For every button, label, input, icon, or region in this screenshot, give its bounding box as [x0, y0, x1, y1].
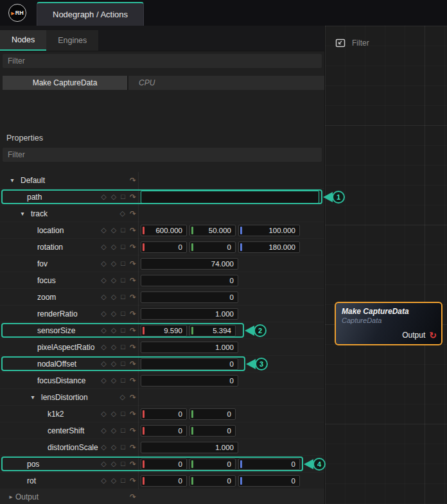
square-icon[interactable]: □ [121, 260, 125, 267]
property-row-distortionScale[interactable]: distortionScale◇◇□↷1.000 [0, 439, 324, 456]
diamond-icon[interactable]: ◇ [101, 460, 106, 467]
redo-icon[interactable]: ↷ [130, 360, 136, 368]
distortionScale-value-input[interactable]: 1.000 [141, 442, 238, 453]
node-make-capturedata[interactable]: Make CaptureData CaptureData Output ↻ [335, 302, 443, 345]
diamond-icon[interactable]: ◇ [101, 477, 106, 484]
property-row-centerShift[interactable]: centerShift◇◇□↷00 [0, 422, 324, 439]
square-icon[interactable]: □ [121, 227, 125, 234]
tab-nodegraph-actions[interactable]: Nodegraph / Actions [37, 2, 144, 26]
pixelAspectRatio-value-input[interactable]: 1.000 [141, 342, 238, 353]
nodes-filter-input[interactable] [3, 54, 322, 68]
nodalOffset-value-input[interactable]: 0 [141, 358, 238, 370]
diamond-icon[interactable]: ◇ [111, 343, 116, 351]
redo-icon[interactable]: ↷ [130, 277, 136, 284]
node-list-row[interactable]: Make CaptureData CPU [3, 76, 324, 90]
redo-icon[interactable]: ↷ [130, 410, 136, 418]
rot-value-input[interactable]: 0 [141, 475, 187, 487]
redo-icon[interactable]: ↷ [130, 210, 136, 218]
property-row-zoom[interactable]: zoom◇◇□↷0 [0, 289, 324, 306]
pos-value-input[interactable]: 0 [238, 458, 300, 470]
diamond-icon[interactable]: ◇ [119, 210, 125, 217]
diamond-icon[interactable]: ◇ [111, 277, 116, 284]
centerShift-value-input[interactable]: 0 [141, 425, 187, 437]
diamond-icon[interactable]: ◇ [101, 327, 106, 334]
diamond-icon[interactable]: ◇ [101, 277, 106, 284]
diamond-icon[interactable]: ◇ [101, 310, 106, 317]
properties-filter-input[interactable] [3, 148, 322, 162]
redo-icon[interactable]: ↷ [130, 193, 136, 201]
property-row-focus[interactable]: focus◇◇□↷0 [0, 272, 324, 289]
rot-value-input[interactable]: 0 [189, 475, 236, 487]
expander-icon[interactable]: ▸ [6, 494, 15, 500]
expander-icon[interactable]: ▾ [28, 394, 37, 401]
diamond-icon[interactable]: ◇ [101, 444, 106, 451]
diamond-icon[interactable]: ◇ [111, 227, 116, 234]
redo-icon[interactable]: ↷ [130, 493, 136, 501]
square-icon[interactable]: □ [121, 460, 125, 467]
square-icon[interactable]: □ [121, 193, 125, 200]
property-row-k1k2[interactable]: k1k2◇◇□↷00 [0, 406, 324, 422]
diamond-icon[interactable]: ◇ [101, 293, 106, 300]
redo-icon[interactable]: ↷ [130, 310, 136, 318]
property-group-output[interactable]: ▸ Output ↷ [0, 489, 324, 504]
diamond-icon[interactable]: ◇ [111, 460, 116, 467]
property-row-rotation[interactable]: rotation◇◇□↷00180.000 [0, 239, 324, 256]
square-icon[interactable]: □ [121, 477, 125, 484]
renderRatio-value-input[interactable]: 1.000 [141, 308, 238, 320]
redo-icon[interactable]: ↷ [130, 260, 136, 268]
pos-value-input[interactable]: 0 [189, 458, 236, 470]
location-value-input[interactable]: 600.000 [141, 225, 187, 236]
diamond-icon[interactable]: ◇ [111, 377, 116, 384]
property-row-location[interactable]: location◇◇□↷600.00050.000100.000 [0, 222, 324, 239]
square-icon[interactable]: □ [121, 343, 125, 351]
tab-engines[interactable]: Engines [46, 30, 98, 51]
diamond-icon[interactable]: ◇ [101, 227, 106, 234]
diamond-icon[interactable]: ◇ [101, 377, 106, 384]
property-row-focusDistance[interactable]: focusDistance◇◇□↷0 [0, 372, 324, 389]
redo-icon[interactable]: ↷ [130, 444, 136, 451]
fov-value-input[interactable]: 74.000 [141, 258, 238, 270]
zoom-value-input[interactable]: 0 [141, 291, 238, 303]
location-value-input[interactable]: 100.000 [238, 225, 300, 236]
focusDistance-value-input[interactable]: 0 [141, 375, 238, 387]
redo-icon[interactable]: ↷ [130, 243, 136, 251]
square-icon[interactable]: □ [121, 310, 125, 317]
app-logo[interactable]: ▶ RH [8, 4, 26, 22]
diamond-icon[interactable]: ◇ [111, 243, 116, 250]
pos-value-input[interactable]: 0 [141, 458, 187, 470]
tab-nodes[interactable]: Nodes [0, 30, 46, 51]
diamond-icon[interactable]: ◇ [101, 360, 106, 367]
rotation-value-input[interactable]: 0 [189, 241, 236, 253]
location-value-input[interactable]: 50.000 [189, 225, 236, 236]
redo-icon[interactable]: ↷ [130, 477, 136, 485]
square-icon[interactable]: □ [121, 243, 125, 250]
focus-value-input[interactable]: 0 [141, 275, 238, 286]
redo-icon[interactable]: ↷ [130, 177, 136, 184]
sensorSize-value-input[interactable]: 9.590 [141, 325, 187, 336]
redo-icon[interactable]: ↷ [130, 343, 136, 351]
property-row-sensorSize[interactable]: sensorSize◇◇□↷9.5905.3942 [0, 322, 324, 339]
property-row-lensDistortion[interactable]: ▾lensDistortion◇↷ [0, 389, 324, 406]
square-icon[interactable]: □ [121, 327, 125, 334]
centerShift-value-input[interactable]: 0 [189, 425, 236, 437]
square-icon[interactable]: □ [121, 444, 125, 451]
square-icon[interactable]: □ [121, 377, 125, 384]
square-icon[interactable]: □ [121, 427, 125, 434]
redo-icon[interactable]: ↷ [130, 460, 136, 468]
diamond-icon[interactable]: ◇ [111, 310, 116, 317]
k1k2-value-input[interactable]: 0 [141, 408, 187, 420]
square-icon[interactable]: □ [121, 360, 125, 367]
diamond-icon[interactable]: ◇ [111, 293, 116, 300]
expander-icon[interactable]: ▾ [18, 211, 27, 217]
sensorSize-value-input[interactable]: 5.394 [189, 325, 236, 336]
property-row-renderRatio[interactable]: renderRatio◇◇□↷1.000 [0, 306, 324, 322]
redo-icon[interactable]: ↷ [130, 427, 136, 435]
property-row-path[interactable]: path◇◇□↷1 [0, 189, 324, 205]
redo-icon[interactable]: ↷ [130, 394, 136, 401]
rot-value-input[interactable]: 0 [238, 475, 300, 487]
diamond-icon[interactable]: ◇ [111, 477, 116, 484]
property-row-Default[interactable]: ▾Default↷ [0, 172, 324, 189]
expander-icon[interactable]: ▾ [8, 177, 17, 184]
square-icon[interactable]: □ [121, 277, 125, 284]
output-pin-icon[interactable]: ↻ [429, 331, 437, 340]
